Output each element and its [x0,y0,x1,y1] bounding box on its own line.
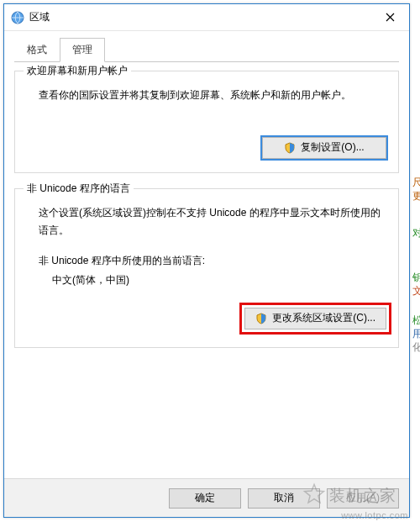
group-title: 欢迎屏幕和新用户帐户 [24,64,131,78]
apply-button[interactable]: 应用(A) [327,488,399,509]
tab-label: 格式 [27,44,47,55]
button-label: 取消 [274,491,294,505]
dialog-footer: 确定 取消 应用(A) [4,478,409,517]
tab-content: 欢迎屏幕和新用户帐户 查看你的国际设置并将其复制到欢迎屏幕、系统帐户和新的用户帐… [4,62,409,372]
tab-label: 管理 [72,44,92,55]
edge-fragment: 用 [412,328,420,340]
group-non-unicode: 非 Unicode 程序的语言 这个设置(系统区域设置)控制在不支持 Unico… [14,188,399,348]
tab-format[interactable]: 格式 [14,38,60,62]
button-label: 确定 [195,491,215,505]
button-label: 复制设置(O)... [301,140,364,155]
edge-fragment: 钥 [412,271,420,283]
region-dialog: 区域 格式 管理 欢迎屏幕和新用户帐户 查看你的国际设置并将其复制到欢迎屏幕、系… [3,3,410,518]
edge-fragment: 更 [412,190,420,202]
cancel-button[interactable]: 取消 [248,488,320,509]
edge-fragment: 对 [412,227,420,239]
edge-fragment: 化 [412,341,420,353]
group-title: 非 Unicode 程序的语言 [24,182,134,196]
edge-fragment: 文 [412,285,420,297]
titlebar: 区域 [4,4,409,31]
shield-icon [255,313,267,324]
edge-fragment: 松 [412,314,420,326]
current-language-value: 中文(简体，中国) [52,273,386,287]
close-button[interactable] [370,4,409,30]
group-description: 这个设置(系统区域设置)控制在不支持 Unicode 的程序中显示文本时所使用的… [39,204,386,240]
tabstrip: 格式 管理 [14,38,399,62]
copy-settings-button[interactable]: 复制设置(O)... [262,137,386,159]
tab-administrative[interactable]: 管理 [60,38,105,62]
button-label: 应用(A) [346,491,380,505]
close-icon [386,13,395,22]
current-language-label: 非 Unicode 程序中所使用的当前语言: [39,254,386,268]
window-title: 区域 [29,10,50,24]
group-welcome-accounts: 欢迎屏幕和新用户帐户 查看你的国际设置并将其复制到欢迎屏幕、系统帐户和新的用户帐… [14,71,399,173]
change-system-locale-button[interactable]: 更改系统区域设置(C)... [244,308,386,329]
ok-button[interactable]: 确定 [169,488,241,509]
edge-fragment: 尺 [412,177,420,188]
group-description: 查看你的国际设置并将其复制到欢迎屏幕、系统帐户和新的用户帐户。 [39,87,386,105]
button-label: 更改系统区域设置(C)... [272,311,375,325]
shield-icon [284,142,296,154]
globe-icon [11,11,24,24]
